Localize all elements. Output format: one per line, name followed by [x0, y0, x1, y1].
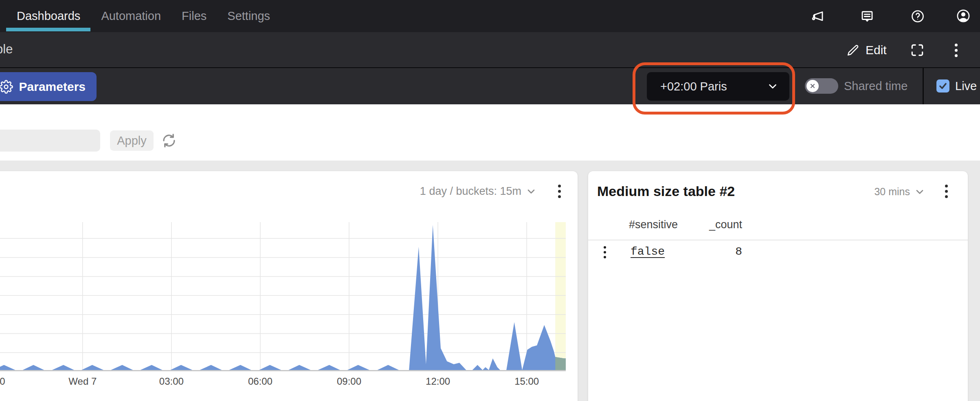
pencil-icon — [846, 44, 860, 57]
chevron-down-icon — [525, 186, 537, 197]
live-bucket-band — [555, 222, 566, 370]
tab-dashboards[interactable]: Dashboards — [17, 9, 80, 23]
tab-automation[interactable]: Automation — [101, 9, 161, 23]
x-axis-tick-label: 0 — [0, 376, 5, 387]
x-axis-tick-label: 06:00 — [248, 376, 272, 387]
dashboard-grid: 1 day / buckets: 15m 0Wed 703:0006:0009:… — [0, 161, 980, 401]
vertical-divider — [923, 68, 924, 104]
table-row-menu-icon[interactable] — [599, 246, 611, 258]
edit-button-label: Edit — [866, 43, 887, 57]
table-panel-menu-icon[interactable] — [939, 184, 953, 198]
active-tab-underline — [6, 28, 90, 31]
live-checkbox[interactable] — [936, 79, 949, 93]
refresh-icon[interactable] — [160, 132, 178, 149]
table-cell-sensitive-value[interactable]: false — [631, 245, 665, 258]
fullscreen-icon[interactable] — [910, 42, 925, 58]
dashboard-app: Dashboards Automation Files Settings — [0, 0, 980, 401]
parameters-button[interactable]: Parameters — [0, 72, 97, 101]
chart-panel: 1 day / buckets: 15m 0Wed 703:0006:0009:… — [0, 171, 578, 401]
x-axis-tick-label: 15:00 — [514, 376, 539, 387]
dashboard-title-bar: ble Edit — [0, 32, 980, 68]
check-icon — [938, 81, 948, 91]
parameter-input[interactable] — [0, 130, 100, 152]
x-axis-tick-label: 09:00 — [337, 376, 361, 387]
dashboard-title-truncated: ble — [0, 42, 13, 57]
shared-time-toggle[interactable] — [805, 78, 838, 94]
parameter-input-row: Apply — [0, 104, 980, 161]
tab-files[interactable]: Files — [182, 9, 207, 23]
x-axis-tick-label: 12:00 — [426, 376, 450, 387]
column-header-sensitive: #sensitive — [629, 218, 678, 231]
table-panel-title: Medium size table #2 — [597, 183, 735, 199]
chart-range-dropdown[interactable]: 1 day / buckets: 15m — [367, 185, 537, 198]
live-bucket-fill — [555, 357, 566, 370]
chart-panel-menu-icon[interactable] — [552, 184, 566, 198]
live-label: Live — [955, 79, 977, 93]
gear-icon — [0, 80, 13, 94]
timezone-select[interactable]: +02:00 Paris — [647, 72, 789, 101]
apply-button[interactable]: Apply — [110, 130, 154, 151]
announcements-icon[interactable] — [810, 9, 825, 24]
feedback-icon[interactable] — [859, 9, 875, 24]
top-nav-bar: Dashboards Automation Files Settings — [0, 0, 980, 32]
table-panel: Medium size table #2 30 mins #sensitive … — [588, 171, 968, 401]
timezone-value: +02:00 Paris — [647, 80, 767, 93]
column-header-count: _count — [694, 218, 742, 231]
table-range-dropdown[interactable]: 30 mins — [857, 186, 925, 198]
table-header-divider — [588, 240, 968, 240]
x-axis-tick-label: Wed 7 — [68, 376, 97, 387]
chart-range-label: 1 day / buckets: 15m — [420, 185, 521, 198]
edit-button[interactable]: Edit — [846, 40, 887, 61]
account-avatar-icon[interactable] — [956, 8, 971, 24]
parameters-bar: Parameters +02:00 Paris Shared time Live — [0, 68, 980, 104]
toggle-knob-off-icon — [806, 80, 819, 92]
help-icon[interactable] — [910, 9, 925, 24]
time-series-area-chart[interactable]: 0Wed 703:0006:0009:0012:0015:00 — [0, 220, 566, 388]
table-cell-count-value: 8 — [694, 245, 742, 258]
chevron-down-icon — [914, 186, 925, 198]
x-axis-tick-label: 03:00 — [159, 376, 184, 387]
parameters-button-label: Parameters — [19, 80, 86, 94]
table-range-label: 30 mins — [874, 186, 910, 198]
chevron-down-icon — [767, 80, 779, 93]
area-series — [0, 225, 566, 370]
tab-settings[interactable]: Settings — [227, 9, 270, 23]
shared-time-label: Shared time — [844, 79, 907, 93]
dashboard-more-menu-icon[interactable] — [948, 42, 964, 58]
